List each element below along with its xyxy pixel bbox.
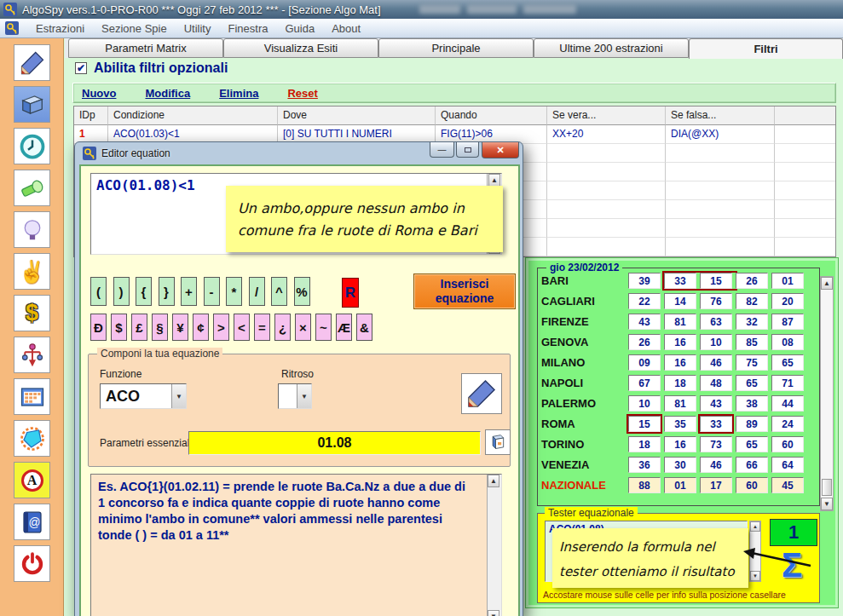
number-cell[interactable]: 14 — [664, 293, 696, 309]
menu-about[interactable]: About — [332, 22, 361, 35]
number-cell[interactable]: 26 — [736, 273, 768, 289]
scroll-thumb[interactable] — [822, 479, 832, 496]
number-cell[interactable]: 89 — [736, 416, 768, 432]
restore-button[interactable] — [456, 142, 479, 158]
number-cell[interactable]: 46 — [700, 457, 732, 473]
op-caret[interactable]: ^ — [271, 277, 287, 306]
number-cell[interactable]: 26 — [628, 334, 661, 350]
op-ampersand[interactable]: & — [356, 314, 372, 341]
parametri-input[interactable]: 01.08 — [188, 431, 481, 455]
scroll-down-icon[interactable]: ▼ — [821, 498, 833, 510]
number-cell[interactable]: 65 — [771, 354, 804, 371]
r-button[interactable]: R — [342, 278, 359, 308]
number-cell[interactable]: 75 — [736, 354, 768, 371]
number-cell[interactable]: 10 — [700, 334, 732, 350]
number-cell[interactable]: 43 — [628, 314, 661, 330]
op-divide[interactable]: / — [249, 277, 265, 306]
number-cell[interactable]: 39 — [628, 273, 661, 289]
sidebar-bulb-button[interactable] — [14, 211, 50, 248]
number-cell[interactable]: 85 — [736, 334, 768, 350]
sidebar-orgchart-button[interactable] — [14, 337, 50, 373]
scroll-down-icon[interactable]: ▼ — [488, 610, 499, 616]
number-cell[interactable]: 20 — [771, 293, 804, 309]
number-cell[interactable]: 16 — [664, 436, 696, 452]
modifica-link[interactable]: Modifica — [145, 87, 190, 100]
sidebar-letter-a-button[interactable]: A — [14, 462, 50, 498]
number-cell[interactable]: 88 — [628, 477, 661, 493]
op-brace-close[interactable]: } — [159, 277, 175, 306]
sidebar-clock-button[interactable] — [14, 128, 50, 164]
op-greater[interactable]: > — [213, 314, 229, 341]
sidebar-contacts-button[interactable]: @ — [14, 504, 50, 540]
number-cell[interactable]: 64 — [771, 457, 804, 473]
header-se-falsa[interactable]: Se falsa... — [666, 107, 775, 125]
header-idp[interactable]: IDp — [74, 107, 108, 125]
op-plus[interactable]: + — [181, 277, 197, 306]
op-dollar[interactable]: $ — [111, 314, 127, 341]
number-cell[interactable]: 67 — [628, 375, 661, 391]
op-paren-open[interactable]: ( — [90, 277, 107, 306]
funzione-select[interactable]: ACO ▼ — [100, 383, 187, 409]
op-paren-close[interactable]: ) — [113, 277, 130, 306]
number-cell[interactable]: 81 — [664, 314, 696, 330]
sidebar-exit-button[interactable] — [14, 545, 50, 582]
elimina-link[interactable]: Elimina — [219, 87, 258, 100]
op-times[interactable]: × — [295, 314, 311, 341]
number-cell[interactable]: 32 — [736, 314, 768, 330]
number-cell[interactable]: 01 — [664, 477, 696, 493]
op-less[interactable]: < — [234, 314, 250, 341]
insert-equation-button[interactable]: Inserisci equazione — [413, 273, 516, 309]
number-cell[interactable]: 65 — [736, 375, 768, 391]
nuovo-link[interactable]: Nuovo — [82, 87, 116, 100]
number-cell[interactable]: 60 — [736, 477, 768, 493]
number-cell[interactable]: 09 — [628, 354, 661, 371]
op-inverted-question[interactable]: ¿ — [274, 314, 291, 341]
number-cell[interactable]: 10 — [628, 395, 661, 412]
op-cent[interactable]: ¢ — [193, 314, 209, 341]
number-cell[interactable]: 60 — [771, 436, 804, 452]
tab-filtri[interactable]: Filtri — [689, 38, 843, 59]
tab-ultime-200-estrazioni[interactable]: Ultime 200 estrazioni — [534, 38, 689, 58]
op-section[interactable]: § — [152, 314, 168, 341]
number-cell[interactable]: 38 — [736, 395, 768, 412]
number-cell[interactable]: 22 — [628, 293, 661, 309]
help-textbox[interactable]: Es. ACO{1}(01.02.11) = prende le ruote B… — [90, 474, 502, 616]
number-cell[interactable]: 87 — [771, 314, 804, 330]
header-condizione[interactable]: Condizione — [108, 107, 278, 125]
number-cell[interactable]: 65 — [736, 436, 768, 452]
extraction-scrollbar[interactable]: ▲ ▼ — [820, 276, 834, 511]
number-cell[interactable]: 18 — [628, 436, 661, 452]
sidebar-money-button[interactable]: $ — [14, 295, 50, 331]
number-cell[interactable]: 16 — [664, 334, 696, 350]
number-cell[interactable]: 18 — [664, 375, 696, 391]
number-cell[interactable]: 16 — [664, 354, 696, 371]
ritroso-select[interactable]: ▼ — [278, 383, 312, 409]
header-dove[interactable]: Dove — [278, 107, 436, 125]
sidebar-polygon-button[interactable] — [14, 420, 50, 457]
tab-visualizza-esiti[interactable]: Visualizza Esiti — [223, 38, 378, 58]
op-yen[interactable]: ¥ — [172, 314, 188, 341]
sidebar-book-button[interactable] — [14, 86, 50, 123]
scroll-up-icon[interactable]: ▲ — [488, 174, 500, 187]
enable-filters-checkbox[interactable]: ✔ — [75, 62, 87, 74]
chevron-down-icon[interactable]: ▼ — [171, 384, 186, 408]
number-cell[interactable]: 17 — [700, 477, 732, 493]
sidebar-lottery-button[interactable]: ✌ — [14, 253, 50, 290]
menu-sezione-spie[interactable]: Sezione Spie — [101, 22, 167, 35]
edit-pencil-button[interactable] — [461, 373, 502, 414]
dialog-title-bar[interactable]: Editor equation — ✕ — [75, 142, 523, 164]
number-cell[interactable]: 43 — [700, 395, 732, 412]
op-ae[interactable]: Æ — [336, 314, 352, 341]
number-cell[interactable]: 48 — [700, 375, 732, 391]
number-cell[interactable]: 44 — [771, 395, 804, 412]
number-cell[interactable]: 76 — [700, 293, 732, 309]
scroll-up-icon[interactable]: ▲ — [821, 277, 833, 290]
close-button[interactable]: ✕ — [482, 142, 519, 158]
menu-utility[interactable]: Utility — [184, 22, 211, 35]
number-cell[interactable]: 08 — [771, 334, 804, 350]
number-cell[interactable]: 82 — [736, 293, 768, 309]
reset-link[interactable]: Reset — [287, 87, 317, 100]
number-cell[interactable]: 01 — [771, 273, 804, 289]
menu-finestra[interactable]: Finestra — [228, 22, 268, 35]
op-pound[interactable]: £ — [131, 314, 147, 341]
